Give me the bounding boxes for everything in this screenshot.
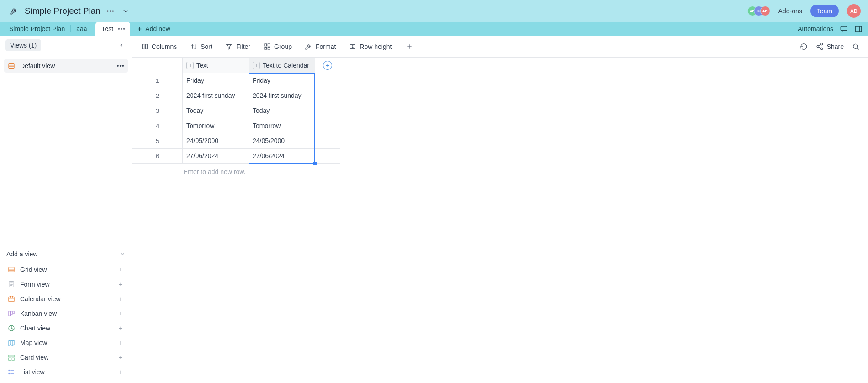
columns-button[interactable]: Columns	[141, 43, 177, 50]
view-type-label: Grid view	[20, 266, 47, 273]
table-row: 6 27/06/2024 27/06/2024	[132, 149, 340, 164]
column-header-text[interactable]: T Text	[183, 58, 249, 73]
grid-toolbar: Columns Sort Filter Group Format	[132, 36, 868, 58]
list-icon	[7, 368, 16, 376]
comments-icon[interactable]	[840, 25, 848, 33]
panel-icon[interactable]	[854, 25, 863, 33]
tabs-bar: Simple Project Plan aaa Test ••• Add new…	[0, 22, 868, 36]
title-more-menu[interactable]: •••	[107, 8, 115, 14]
row-number[interactable]: 2	[132, 88, 183, 103]
row-number[interactable]: 1	[132, 73, 183, 88]
row-number[interactable]: 4	[132, 118, 183, 133]
row-height-icon	[349, 43, 356, 50]
table-row: 3 Today Today	[132, 103, 340, 118]
sort-button[interactable]: Sort	[190, 43, 212, 50]
tab-test[interactable]: Test •••	[95, 22, 131, 36]
search-icon[interactable]	[852, 43, 860, 50]
cell-text[interactable]: 2024 first sunday	[183, 88, 249, 103]
calendar-icon	[7, 295, 16, 303]
add-new-tab[interactable]: Add new	[130, 22, 176, 36]
cell-ttc[interactable]: Today	[249, 103, 315, 118]
column-label: Text to Calendar	[263, 62, 309, 69]
svg-rect-26	[9, 355, 11, 357]
sort-icon	[190, 43, 197, 50]
svg-rect-21	[13, 311, 14, 314]
view-type-label: List view	[20, 368, 45, 376]
map-icon	[7, 339, 16, 347]
text-type-icon: T	[186, 62, 194, 69]
cell-text[interactable]: Tomorrow	[183, 118, 249, 133]
table-row: 1 Friday Friday	[132, 73, 340, 88]
column-header-text-to-calendar[interactable]: T Text to Calendar	[249, 58, 315, 73]
add-view-section: Add a view Grid view + Form view +	[0, 244, 132, 383]
undo-icon[interactable]	[800, 43, 808, 50]
toolbar-label: Row height	[360, 43, 392, 50]
add-kanban-view[interactable]: Kanban view +	[6, 306, 126, 321]
cell-ttc[interactable]: 2024 first sunday	[249, 88, 315, 103]
add-map-view[interactable]: Map view +	[6, 335, 126, 350]
add-grid-view[interactable]: Grid view +	[6, 262, 126, 277]
app-header: Simple Project Plan ••• AD IU AD Add-ons…	[0, 0, 868, 22]
row-number[interactable]: 3	[132, 103, 183, 118]
view-type-label: Form view	[20, 281, 50, 288]
svg-rect-42	[268, 47, 270, 49]
cell-text[interactable]: Friday	[183, 73, 249, 88]
share-button[interactable]: Share	[816, 43, 844, 50]
view-more-menu[interactable]: •••	[117, 63, 125, 69]
grid-header-row: T Text T Text to Calendar +	[132, 58, 340, 73]
add-view-toggle[interactable]: Add a view	[6, 250, 126, 262]
svg-rect-8	[9, 267, 14, 272]
add-row-hint[interactable]: Enter to add new row.	[132, 164, 340, 176]
tab-more-menu[interactable]: •••	[118, 26, 126, 32]
view-item-default[interactable]: Default view •••	[4, 59, 128, 73]
view-type-label: Kanban view	[20, 310, 57, 317]
svg-rect-36	[142, 44, 144, 49]
add-card-view[interactable]: Card view +	[6, 350, 126, 365]
add-calendar-view[interactable]: Calendar view +	[6, 292, 126, 306]
row-height-button[interactable]: Row height	[349, 43, 392, 50]
group-button[interactable]: Group	[263, 43, 292, 50]
cell-ttc[interactable]: Tomorrow	[249, 118, 315, 133]
grid-icon	[7, 62, 16, 70]
add-column-button[interactable]: +	[323, 61, 332, 70]
svg-marker-38	[227, 44, 232, 49]
cell-text[interactable]: Today	[183, 103, 249, 118]
add-list-view[interactable]: List view +	[6, 365, 126, 379]
toolbar-add-button[interactable]	[404, 42, 414, 52]
cell-ttc[interactable]: Friday	[249, 73, 315, 88]
automations-link[interactable]: Automations	[798, 25, 833, 32]
cell-ttc[interactable]: 24/05/2000	[249, 133, 315, 148]
chart-icon	[7, 324, 16, 332]
row-number[interactable]: 5	[132, 133, 183, 148]
plus-icon: +	[116, 324, 125, 332]
svg-rect-29	[12, 358, 14, 360]
breadcrumb-root[interactable]: Simple Project Plan	[4, 22, 70, 36]
project-title[interactable]: Simple Project Plan	[25, 6, 101, 16]
addons-link[interactable]: Add-ons	[778, 7, 802, 15]
cell-text[interactable]: 27/06/2024	[183, 149, 249, 163]
row-number[interactable]: 6	[132, 149, 183, 163]
svg-point-49	[820, 48, 822, 49]
svg-rect-39	[265, 44, 267, 46]
view-type-label: Calendar view	[20, 295, 61, 303]
collaborator-avatars[interactable]: AD IU AD	[747, 6, 770, 16]
format-button[interactable]: Format	[305, 43, 336, 50]
add-form-view[interactable]: Form view +	[6, 277, 126, 292]
add-chart-view[interactable]: Chart view +	[6, 321, 126, 335]
filter-button[interactable]: Filter	[225, 43, 250, 50]
svg-point-48	[817, 45, 819, 47]
svg-rect-5	[9, 64, 14, 69]
views-count-pill[interactable]: Views (1)	[5, 39, 41, 51]
cell-ttc[interactable]: 27/06/2024	[249, 149, 315, 163]
tab-aaa[interactable]: aaa	[71, 22, 92, 36]
cell-text[interactable]: 24/05/2000	[183, 133, 249, 148]
user-avatar[interactable]: AD	[847, 4, 861, 18]
svg-line-51	[819, 47, 821, 48]
form-icon	[7, 280, 16, 288]
collapse-sidebar-button[interactable]	[116, 40, 127, 50]
team-button[interactable]: Team	[810, 5, 839, 17]
views-header: Views (1)	[0, 36, 132, 55]
plus-icon: +	[116, 266, 125, 273]
chevron-down-icon[interactable]	[121, 6, 130, 16]
svg-rect-41	[265, 47, 267, 49]
